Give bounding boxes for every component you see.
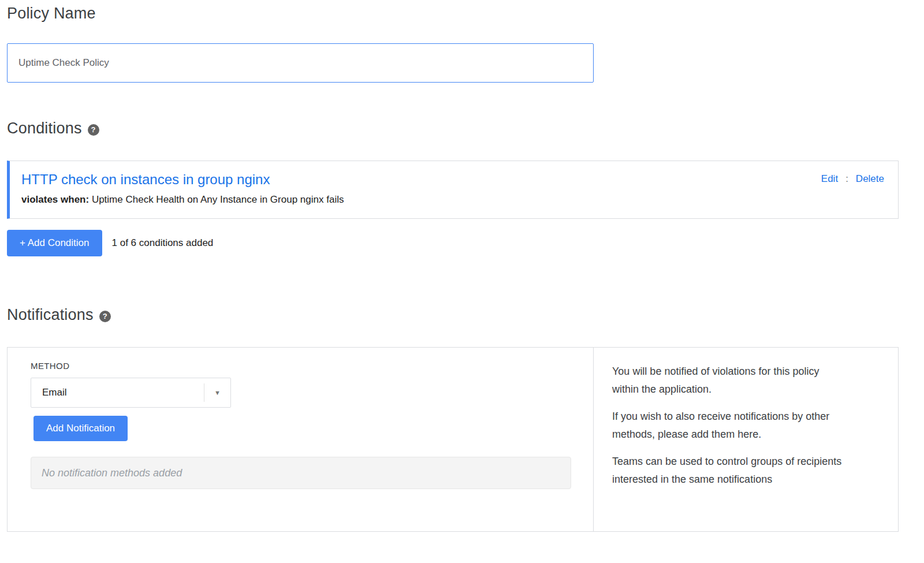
notification-help-column: You will be notified of violations for t…	[594, 348, 898, 531]
edit-condition-link[interactable]: Edit	[821, 173, 838, 185]
condition-card: HTTP check on instances in group nginx v…	[7, 161, 899, 219]
notifications-heading: Notifications	[7, 306, 94, 324]
policy-name-input[interactable]	[7, 43, 594, 83]
help-paragraph: If you wish to also receive notification…	[612, 408, 843, 443]
condition-violation-text: violates when: Uptime Check Health on An…	[21, 193, 344, 206]
notification-method-column: METHOD Email ▼ Add Notification No notif…	[8, 348, 594, 531]
conditions-count-text: 1 of 6 conditions added	[112, 237, 214, 249]
action-separator: :	[845, 173, 848, 185]
notifications-heading-row: Notifications ?	[7, 306, 899, 324]
help-icon[interactable]: ?	[88, 124, 99, 136]
help-paragraph: You will be notified of violations for t…	[612, 363, 843, 398]
notifications-panel: METHOD Email ▼ Add Notification No notif…	[7, 347, 899, 532]
add-notification-button[interactable]: Add Notification	[33, 416, 128, 441]
condition-main: HTTP check on instances in group nginx v…	[21, 171, 344, 206]
delete-condition-link[interactable]: Delete	[856, 173, 884, 185]
conditions-heading-row: Conditions ?	[7, 120, 899, 137]
add-condition-row: + Add Condition 1 of 6 conditions added	[7, 230, 899, 256]
help-icon[interactable]: ?	[99, 311, 111, 322]
conditions-heading: Conditions	[7, 120, 82, 137]
violates-when-label: violates when:	[21, 194, 89, 205]
policy-name-heading: Policy Name	[7, 5, 899, 23]
chevron-down-icon: ▼	[204, 383, 230, 402]
condition-actions: Edit : Delete	[821, 173, 884, 185]
alert-policy-form: Policy Name Conditions ? HTTP check on i…	[0, 0, 924, 563]
empty-notification-methods: No notification methods added	[31, 457, 571, 489]
help-paragraph: Teams can be used to control groups of r…	[612, 453, 843, 489]
violates-when-value: Uptime Check Health on Any Instance in G…	[92, 194, 344, 205]
method-selected-value: Email	[31, 387, 67, 398]
add-condition-button[interactable]: + Add Condition	[7, 230, 102, 256]
method-select[interactable]: Email ▼	[31, 378, 231, 408]
condition-title-link[interactable]: HTTP check on instances in group nginx	[21, 171, 344, 188]
method-label: METHOD	[31, 361, 593, 371]
